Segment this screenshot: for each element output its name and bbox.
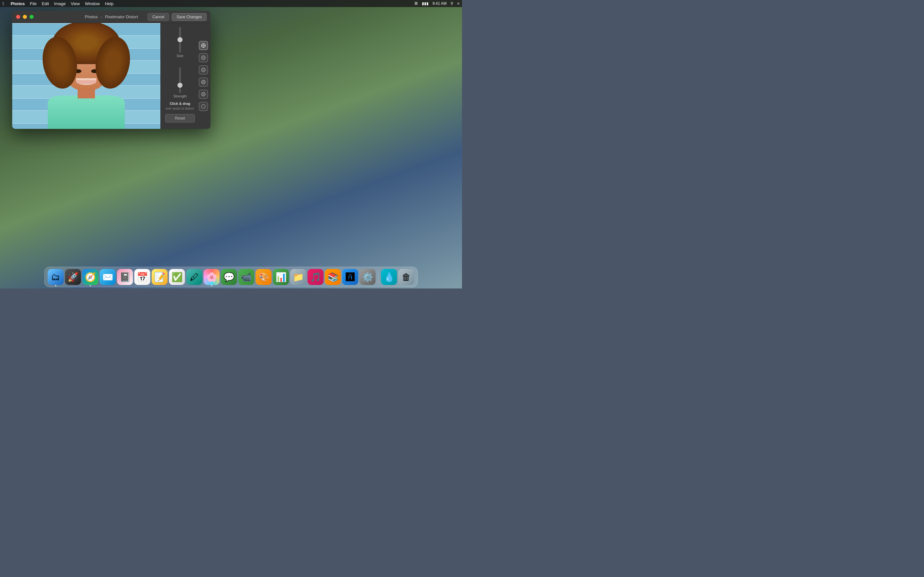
dock-item-freeform[interactable]: 🖊 <box>186 269 202 285</box>
reset-button[interactable]: Reset <box>165 114 194 122</box>
menubar-photos[interactable]: Photos <box>11 1 25 6</box>
svg-point-6 <box>202 56 205 60</box>
dock-item-trash[interactable]: 🗑 <box>399 269 415 285</box>
dock-item-messages[interactable]: 💬 <box>221 269 237 285</box>
instruction-sub: over areas to distort. <box>165 106 194 111</box>
dock-item-contacts[interactable]: 📓 <box>117 269 133 285</box>
mail-icon: ✉️ <box>102 272 113 282</box>
title-separator: – <box>100 15 102 19</box>
svg-point-7 <box>203 57 204 59</box>
cancel-button[interactable]: Cancel <box>148 13 169 21</box>
dock: 🗂 🚀 🧭 ✉️ 📓 📅 📝 ✅ 🖊 🌸 <box>44 267 418 287</box>
dock-item-finder2[interactable]: 📁 <box>290 269 306 285</box>
photo-canvas[interactable] <box>12 23 160 129</box>
menubar-file[interactable]: File <box>30 1 37 6</box>
dock-item-photos[interactable]: 🌸 <box>204 269 220 285</box>
menubar-right: ⌘ ▮▮▮ 9:41 AM ⚲ ≡ <box>414 1 459 6</box>
title-app: Photos <box>85 15 97 19</box>
photo-area[interactable] <box>12 23 160 129</box>
dock-item-books[interactable]: 📚 <box>325 269 341 285</box>
search-icon[interactable]: ⚲ <box>451 1 453 6</box>
finder-icon: 🗂 <box>51 272 60 282</box>
titlebar: Photos – Pixelmator Distort Cancel Save … <box>12 11 210 23</box>
size-slider-thumb[interactable] <box>178 37 183 42</box>
svg-point-13 <box>203 93 204 95</box>
trash-icon: 🗑 <box>402 272 411 282</box>
save-changes-button[interactable]: Save Changes <box>172 13 207 21</box>
dock-item-appstore[interactable]: 🅰 <box>342 269 359 285</box>
music-icon: 🎵 <box>310 272 321 282</box>
dock-item-numbers[interactable]: 📊 <box>273 269 289 285</box>
size-slider-track[interactable] <box>179 27 181 53</box>
size-label: Size <box>176 54 183 58</box>
svg-point-14 <box>202 105 205 108</box>
facetime-icon: 📹 <box>241 272 252 282</box>
keynote-icon: 🎨 <box>258 272 269 282</box>
dock-item-airdrop[interactable]: 💧 <box>381 269 397 285</box>
distort-tool-1[interactable] <box>199 41 208 50</box>
notes-icon: 📝 <box>154 272 165 282</box>
window-content: Size Strength Click & drag ov <box>12 23 210 129</box>
menubar-view[interactable]: View <box>71 1 80 6</box>
teeth <box>76 80 96 84</box>
photos-icon: 🌸 <box>206 272 217 282</box>
dock-item-music[interactable]: 🎵 <box>308 269 324 285</box>
svg-point-9 <box>203 69 204 71</box>
photo-subject <box>12 23 160 129</box>
window-controls <box>16 15 34 19</box>
menubar-window[interactable]: Window <box>85 1 100 6</box>
svg-point-8 <box>202 68 205 72</box>
window-title: Photos – Pixelmator Distort <box>85 15 138 19</box>
finder-dot <box>55 285 57 286</box>
title-plugin: Pixelmator Distort <box>105 15 138 19</box>
dock-item-finder[interactable]: 🗂 <box>48 269 64 285</box>
controls-panel: Size Strength Click & drag ov <box>160 23 210 129</box>
apple-menu[interactable]:  <box>3 1 4 6</box>
appstore-icon: 🅰 <box>346 272 355 282</box>
tools-column <box>199 41 208 111</box>
distort-tool-3[interactable] <box>199 65 208 74</box>
close-button[interactable] <box>16 15 20 19</box>
dock-item-launchpad[interactable]: 🚀 <box>65 269 81 285</box>
safari-icon: 🧭 <box>85 272 96 282</box>
menubar-edit[interactable]: Edit <box>42 1 49 6</box>
minimize-button[interactable] <box>23 15 27 19</box>
mouth <box>76 78 96 85</box>
numbers-icon: 📊 <box>275 272 286 282</box>
strength-slider-thumb[interactable] <box>178 83 183 88</box>
svg-point-1 <box>203 45 204 46</box>
distort-tool-5[interactable] <box>199 90 208 99</box>
dock-item-syspref[interactable]: ⚙️ <box>360 269 376 285</box>
finder2-icon: 📁 <box>292 272 304 282</box>
menubar-help[interactable]: Help <box>105 1 113 6</box>
svg-point-12 <box>203 82 204 82</box>
messages-icon: 💬 <box>223 272 234 282</box>
strength-slider-group: Strength <box>164 67 196 98</box>
dock-item-facetime[interactable]: 📹 <box>238 269 254 285</box>
distort-tool-4[interactable] <box>199 77 208 87</box>
strength-slider-track[interactable] <box>179 67 181 93</box>
menubar-image[interactable]: Image <box>54 1 66 6</box>
dock-item-keynote[interactable]: 🎨 <box>256 269 272 285</box>
dock-item-safari[interactable]: 🧭 <box>82 269 99 285</box>
maximize-button[interactable] <box>29 15 34 19</box>
dock-item-calendar[interactable]: 📅 <box>134 269 150 285</box>
size-slider-group: Size <box>164 27 196 58</box>
menubar-left:  Photos File Edit Image View Window Hel… <box>3 1 113 6</box>
airdrop-icon: 💧 <box>383 272 395 282</box>
photos-dot <box>211 285 212 286</box>
dock-item-mail[interactable]: ✉️ <box>100 269 116 285</box>
books-icon: 📚 <box>327 272 338 282</box>
freeform-icon: 🖊 <box>190 272 199 282</box>
calendar-icon: 📅 <box>137 272 148 282</box>
shirt <box>48 95 125 129</box>
distort-tool-6[interactable] <box>199 102 208 111</box>
distort-tool-2[interactable] <box>199 53 208 62</box>
dock-item-reminders[interactable]: ✅ <box>169 269 185 285</box>
reminders-icon: ✅ <box>171 272 183 282</box>
dock-item-notes[interactable]: 📝 <box>152 269 168 285</box>
strength-label: Strength <box>173 94 187 98</box>
wifi-icon: ⌘ <box>414 1 418 6</box>
control-center-icon[interactable]: ≡ <box>457 1 459 6</box>
menubar-time: 9:41 AM <box>433 1 447 6</box>
